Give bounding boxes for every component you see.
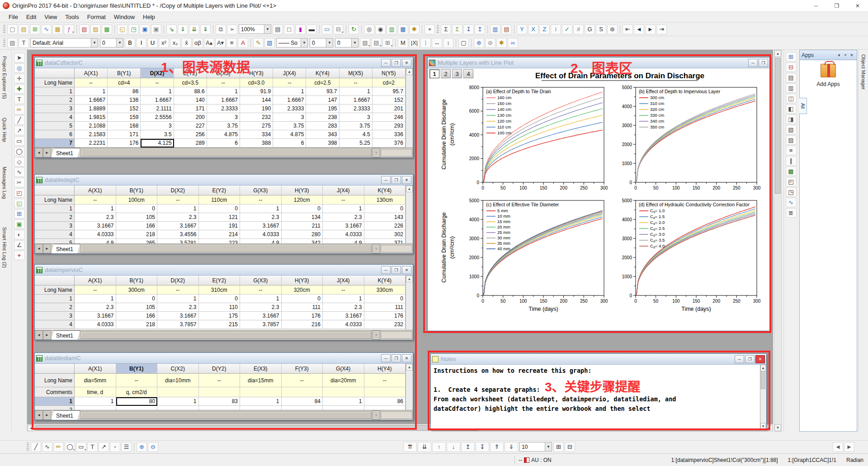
column-header[interactable]: D(Y2) — [199, 364, 241, 374]
cell[interactable]: 0 — [282, 204, 323, 213]
cell[interactable]: 1 — [141, 87, 174, 96]
graph-window-titlebar[interactable]: Multiple Layers with Line Plot─❐ — [428, 57, 769, 68]
cell[interactable]: 166 — [116, 222, 158, 230]
column-header[interactable]: K(Y4) — [364, 276, 406, 285]
comment-cell[interactable] — [199, 387, 241, 397]
cell[interactable] — [199, 406, 241, 410]
new-function-icon[interactable]: ƒ▾ — [64, 24, 74, 34]
scroll-left-icon[interactable]: ‹ — [372, 330, 380, 340]
insert-graph-tool-icon[interactable]: ⊞ — [14, 209, 25, 219]
column-header[interactable]: G(X4) — [323, 364, 364, 374]
column-header[interactable]: N(Y5) — [373, 68, 406, 78]
open-template-icon[interactable]: ◳ — [128, 24, 139, 34]
long-name-cell[interactable]: -- — [323, 195, 364, 204]
column-header[interactable]: J(X4) — [273, 68, 306, 78]
minimize-button[interactable]: ─ — [381, 266, 391, 274]
cell[interactable]: 1 — [323, 397, 364, 406]
comment-cell[interactable] — [157, 387, 199, 397]
graph-page[interactable]: Effect of Drain Parameters on Drain Disc… — [428, 68, 769, 331]
cell[interactable]: 3.7857 — [157, 320, 199, 329]
stack-icon-icon[interactable]: ≣ — [786, 208, 797, 218]
cell[interactable]: 2.3 — [157, 303, 199, 312]
cell[interactable]: 3.7857 — [240, 320, 282, 329]
raise-icon-icon[interactable]: ↥ — [461, 442, 475, 452]
layer-button-4[interactable]: 4 — [463, 69, 473, 78]
new-graph-icon[interactable]: ∿ — [41, 24, 52, 34]
subscript-button-icon[interactable]: x₂ — [170, 38, 180, 48]
cell[interactable]: 111 — [364, 303, 406, 312]
left-panel-icon-icon[interactable]: ◧ — [786, 104, 797, 114]
new-matrix-icon[interactable]: ▦ — [52, 24, 63, 34]
menu-window[interactable]: Window — [110, 13, 139, 21]
long-name-cell[interactable]: -- — [240, 195, 282, 204]
set-as-z-icon[interactable]: Z — [539, 24, 550, 34]
cell[interactable]: 1.9815 — [75, 113, 108, 122]
italic-button-icon[interactable]: I — [136, 38, 146, 48]
scrollbar-thumb[interactable] — [775, 58, 781, 194]
cell[interactable]: 302 — [364, 230, 406, 239]
cell[interactable]: 1.6667 — [207, 96, 240, 105]
import-excel-icon[interactable]: ⇓ — [200, 24, 211, 34]
cell[interactable]: 1 — [240, 295, 282, 303]
cell[interactable]: 3.1667 — [75, 222, 116, 230]
row-header[interactable]: 3 — [35, 105, 75, 113]
cell[interactable]: 1.6667 — [340, 96, 373, 105]
hatch-icon-icon[interactable]: ▧ — [786, 125, 797, 134]
scroll-up-icon[interactable]: ▲ — [774, 50, 781, 57]
column-header[interactable]: H(Y4) — [364, 364, 406, 374]
cell[interactable]: 1 — [157, 397, 199, 406]
cell[interactable]: 398 — [306, 139, 339, 147]
layout-top-icon-icon[interactable]: ▤ — [786, 73, 797, 82]
new-folder-icon[interactable]: ▤ — [19, 24, 29, 34]
long-name-cell[interactable]: cd=3.5 — [174, 78, 207, 87]
cell[interactable]: 3.5781 — [157, 239, 199, 243]
column-header[interactable]: G(X3) — [240, 276, 282, 285]
column-header[interactable]: E(X3) — [240, 364, 282, 374]
tab-scroll-right-icon[interactable]: ► — [43, 410, 51, 420]
circle-tool-icon[interactable]: ◯ — [14, 147, 25, 156]
minimize-button[interactable]: ─ — [806, 0, 826, 12]
region-zoom-tool-icon[interactable]: ✚ — [14, 84, 25, 94]
zoom-level-combo[interactable]: 100%▼ — [239, 24, 271, 34]
move-bottom-icon-icon[interactable]: ⇊ — [418, 442, 431, 452]
go-next-icon[interactable]: ► — [645, 24, 656, 34]
horizontal-scrollbar-thumb[interactable] — [80, 411, 372, 419]
cell[interactable]: 91.9 — [240, 87, 273, 96]
sheet-tab[interactable]: Sheet1 — [51, 330, 80, 340]
cell[interactable]: 2.3 — [240, 213, 282, 222]
import-multiple-ascii-icon[interactable]: ⇊ — [189, 24, 199, 34]
line-style-combo[interactable]: —— So▼ — [276, 38, 308, 48]
cell[interactable]: 215 — [199, 320, 241, 329]
scissors-tool-icon[interactable]: ✂ — [14, 178, 25, 187]
swap-vertical-icon[interactable]: ↕ — [443, 38, 453, 48]
link-icon-icon[interactable]: ∞ — [508, 38, 518, 48]
absolute-x-icon[interactable]: |X| — [409, 38, 420, 48]
cell[interactable]: 4.125 — [141, 139, 174, 147]
long-name-cell[interactable]: -- — [273, 78, 306, 87]
line-width-combo[interactable]: 0▼ — [310, 38, 333, 48]
column-header[interactable]: D(X2) — [157, 276, 199, 285]
cell[interactable]: 4.9 — [75, 239, 116, 243]
column-header[interactable]: J(X4) — [323, 276, 364, 285]
remove-layer-icon-icon[interactable]: ⊟ — [786, 62, 797, 72]
maximize-button[interactable]: ❐ — [826, 0, 847, 12]
cell[interactable]: 2.2231 — [75, 139, 108, 147]
align-button-icon[interactable]: ≡ — [226, 38, 237, 48]
stats-on-rows-icon[interactable]: ▤ — [501, 24, 512, 34]
column-header[interactable]: A(X1) — [75, 364, 116, 374]
cell[interactable]: 1 — [157, 204, 199, 213]
comment-cell[interactable] — [323, 387, 364, 397]
cell[interactable]: 0 — [199, 204, 241, 213]
column-header[interactable]: E(Y2) — [199, 276, 241, 285]
cell[interactable]: 2.5556 — [141, 113, 174, 122]
long-name-cell[interactable]: -- — [157, 285, 199, 295]
fill-color-icon[interactable]: ▧ — [264, 38, 275, 48]
ungroup-icon-icon[interactable]: ⊟ — [565, 442, 575, 452]
cell[interactable]: 211 — [282, 222, 323, 230]
cell[interactable]: 1 — [340, 87, 373, 96]
cell[interactable]: 136 — [108, 96, 141, 105]
cell[interactable]: 0 — [116, 204, 158, 213]
cell[interactable]: 0 — [116, 295, 158, 303]
cell[interactable]: 2.3 — [323, 303, 364, 312]
apps-panel-header[interactable]: Apps ▾ ⌖ ✕ — [800, 50, 857, 60]
